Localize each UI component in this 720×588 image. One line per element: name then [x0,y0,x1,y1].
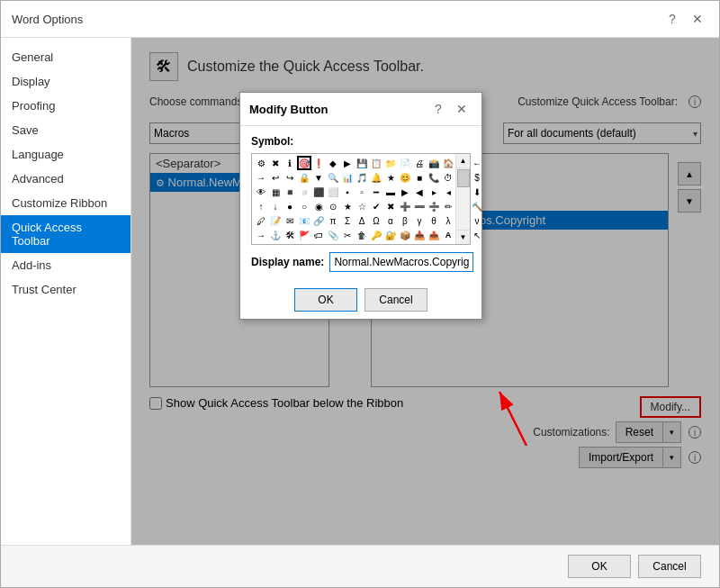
sidebar-item-addins[interactable]: Add-ins [1,253,130,277]
sym-lock[interactable]: 🔒 [297,170,311,185]
sym-nu[interactable]: ν [470,213,484,228]
sym-key[interactable]: 🔑 [369,228,383,242]
sym-star[interactable]: ★ [383,170,398,185]
sym-clipboard[interactable]: 📋 [369,156,383,170]
sym-dn[interactable]: ⬇ [470,185,484,199]
sym-hammer[interactable]: 🔨 [470,199,484,213]
sidebar-item-quick-access[interactable]: Quick Access Toolbar [1,215,130,253]
sym-x[interactable]: ✖ [268,156,283,170]
sym-rect[interactable]: ▬ [383,185,398,199]
sym-grid[interactable]: ▦ [268,185,283,199]
sym-doc[interactable]: 📄 [398,156,412,170]
sym-lock2[interactable]: 🔐 [383,228,398,242]
sym-pencil[interactable]: ✏ [441,199,455,213]
sym-email[interactable]: 📧 [297,213,311,228]
sym-anchor[interactable]: ⚓ [268,228,283,242]
sym-rt[interactable]: ▶ [398,185,412,199]
sym-pi[interactable]: π [326,213,340,228]
dialog-close-button[interactable]: ✕ [451,98,472,120]
sym-tools[interactable]: 🛠 [283,228,297,242]
sym-beta[interactable]: β [398,213,412,228]
sym-arr-up[interactable]: ↑ [254,199,268,213]
sym-bell[interactable]: 🔔 [369,170,383,185]
sym-diamond[interactable]: ◆ [326,156,340,170]
sym-delta[interactable]: Δ [355,213,369,228]
dialog-cancel-button[interactable]: Cancel [364,288,428,312]
sym-scissors[interactable]: ✂ [340,228,355,242]
sym-left[interactable]: ← [470,156,484,170]
sidebar-item-display[interactable]: Display [1,69,130,94]
sym-fwd[interactable]: ↪ [283,170,297,185]
sym-plus[interactable]: ➕ [398,199,412,213]
sym-sm-blk[interactable]: ▪ [340,185,355,199]
sym-oring[interactable]: ○ [297,199,311,213]
sym-right[interactable]: → [254,170,268,185]
sym-a-txt[interactable]: A [441,228,455,242]
sym-link[interactable]: 🔗 [311,213,326,228]
footer-ok-button[interactable]: OK [568,555,631,578]
sym-estar[interactable]: ☆ [355,199,369,213]
sidebar-item-customize-ribbon[interactable]: Customize Ribbon [1,191,130,215]
sym-arr-dn[interactable]: ↓ [268,199,283,213]
sym-wtsq[interactable]: ◽ [297,185,311,199]
sym-bull[interactable]: ⊙ [326,199,340,213]
sym-dollar[interactable]: $ [470,170,484,185]
sym-clip[interactable]: 📎 [326,228,340,242]
sym-chart[interactable]: 📊 [340,170,355,185]
sym-excl[interactable]: ❗ [311,156,326,170]
sym-sm-wht[interactable]: ▫ [355,185,369,199]
help-button[interactable]: ? [662,8,683,30]
sym-fstar[interactable]: ★ [340,199,355,213]
sym-minus[interactable]: ➖ [412,199,427,213]
sym-triangle[interactable]: ▶ [340,156,355,170]
dialog-help-button[interactable]: ? [428,98,449,120]
sym-cross[interactable]: ✖ [383,199,398,213]
scroll-thumb[interactable] [457,169,470,187]
sym-omega[interactable]: Ω [369,213,383,228]
sym-home[interactable]: 🏠 [441,156,455,170]
sidebar-item-advanced[interactable]: Advanced [1,167,130,191]
sym-down[interactable]: ▼ [311,170,326,185]
sym-photo[interactable]: 📸 [427,156,441,170]
sym-sigma[interactable]: Σ [340,213,355,228]
sym-search[interactable]: 🔍 [326,170,340,185]
sym-theta[interactable]: θ [427,213,441,228]
sym-blk[interactable]: ⬛ [311,185,326,199]
sidebar-item-proofing[interactable]: Proofing [1,94,130,118]
scroll-down-button[interactable]: ▼ [456,230,470,244]
footer-cancel-button[interactable]: Cancel [638,555,701,578]
sidebar-item-save[interactable]: Save [1,118,130,142]
sym-lambda[interactable]: λ [441,213,455,228]
sidebar-item-general[interactable]: General [1,45,130,69]
sym-cursor[interactable]: ↖ [470,228,484,242]
sym-timer[interactable]: ⏱ [441,170,455,185]
sym-lt[interactable]: ◀ [412,185,427,199]
sym-folder[interactable]: 📁 [383,156,398,170]
sym-gear[interactable]: ⚙ [254,156,268,170]
sym-gamma[interactable]: γ [412,213,427,228]
sym-smiley[interactable]: 😊 [398,170,412,185]
sym-arrow-r[interactable]: → [254,228,268,242]
sym-check[interactable]: ✔ [369,199,383,213]
sym-trash[interactable]: 🗑 [355,228,369,242]
display-name-input[interactable] [329,252,473,272]
sym-pen[interactable]: 🖊 [254,213,268,228]
sym-note[interactable]: 📝 [268,213,283,228]
sym-blksq[interactable]: ◾ [283,185,297,199]
dialog-ok-button[interactable]: OK [294,288,357,312]
sym-div[interactable]: ➗ [427,199,441,213]
close-button[interactable]: ✕ [687,8,708,30]
sym-flag[interactable]: 🚩 [297,228,311,242]
sym-music[interactable]: 🎵 [355,170,369,185]
sym-floppy[interactable]: 💾 [355,156,369,170]
sym-mail[interactable]: ✉ [283,213,297,228]
sym-back[interactable]: ↩ [268,170,283,185]
sym-wht[interactable]: ⬜ [326,185,340,199]
sym-target[interactable]: 🎯 [297,156,311,170]
sym-circle[interactable]: ● [283,199,297,213]
sym-tag[interactable]: 🏷 [311,228,326,242]
sidebar-item-language[interactable]: Language [1,142,130,167]
sym-inbox[interactable]: 📥 [412,228,427,242]
sym-sq-blk[interactable]: ■ [412,170,427,185]
sym-info[interactable]: ℹ [283,156,297,170]
